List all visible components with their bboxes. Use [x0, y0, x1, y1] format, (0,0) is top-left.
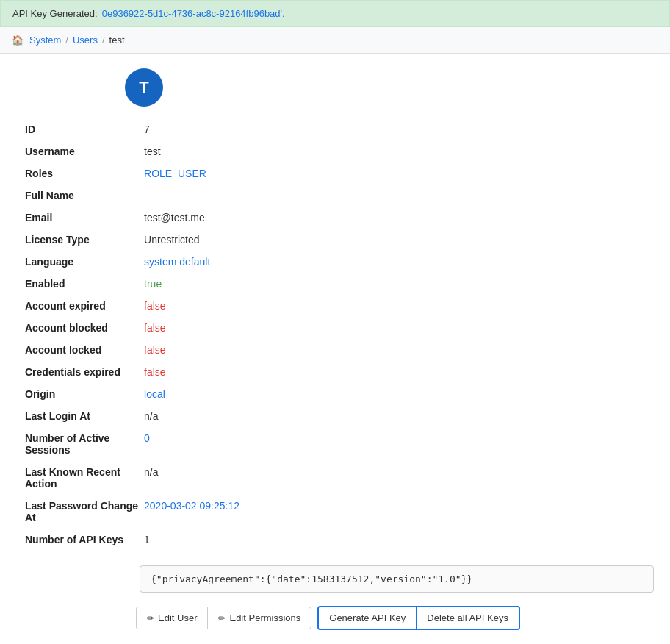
field-value: system default: [141, 251, 639, 273]
table-row: Originlocal: [22, 383, 639, 405]
generate-api-key-button[interactable]: Generate API Key: [319, 607, 417, 629]
field-value: 7: [141, 118, 639, 140]
table-row: Account blockedfalse: [22, 317, 639, 339]
breadcrumb-current: test: [109, 35, 125, 46]
field-value: ROLE_USER: [141, 162, 639, 185]
table-row: Enabledtrue: [22, 273, 639, 295]
field-label: Full Name: [22, 185, 141, 207]
field-label: Account blocked: [22, 317, 141, 339]
table-row: Last Login Atn/a: [22, 405, 639, 427]
edit-permissions-button[interactable]: Edit Permissions: [207, 607, 311, 629]
field-label: Last Known RecentAction: [22, 461, 141, 495]
field-label: Credentials expired: [22, 361, 141, 383]
field-value: false: [141, 361, 639, 383]
config-box: {"privacyAgreement":{"date":1583137512,"…: [140, 565, 654, 593]
edit-user-button[interactable]: Edit User: [136, 607, 207, 629]
field-value: test: [141, 140, 639, 162]
table-row: ID7: [22, 118, 639, 140]
api-key-banner: API Key Generated: '0e936922-5d1c-4736-a…: [0, 0, 670, 27]
field-label: Roles: [22, 162, 141, 185]
field-label: Username: [22, 140, 141, 162]
field-label: Last Login At: [22, 405, 141, 427]
table-row: Account expiredfalse: [22, 295, 639, 317]
breadcrumb-system[interactable]: System: [29, 35, 61, 46]
field-value: 1: [141, 529, 639, 551]
field-value: false: [141, 295, 639, 317]
home-icon: 🏠: [12, 35, 24, 46]
table-row: Number of API Keys1: [22, 529, 639, 551]
edit-user-label: Edit User: [158, 612, 197, 623]
generate-api-key-label: Generate API Key: [329, 612, 406, 623]
table-row: License TypeUnrestricted: [22, 229, 639, 251]
field-label: Last Password ChangeAt: [22, 495, 141, 529]
breadcrumb-users[interactable]: Users: [73, 35, 98, 46]
field-label: Number of ActiveSessions: [22, 427, 141, 461]
field-value: true: [141, 273, 639, 295]
api-key-link[interactable]: '0e936922-5d1c-4736-ac8c-92164fb96bad'.: [100, 8, 284, 19]
table-row: RolesROLE_USER: [22, 162, 639, 185]
pencil-icon-2: [218, 612, 226, 623]
config-value: {"privacyAgreement":{"date":1583137512,"…: [151, 573, 472, 584]
table-row: Usernametest: [22, 140, 639, 162]
field-label: ID: [22, 118, 141, 140]
field-value: local: [141, 383, 639, 405]
table-row: Number of ActiveSessions0: [22, 427, 639, 461]
avatar-letter: T: [139, 78, 148, 97]
banner-text: API Key Generated:: [12, 8, 100, 19]
field-value: false: [141, 317, 639, 339]
table-row: Last Password ChangeAt2020-03-02 09:25:1…: [22, 495, 639, 529]
table-row: Emailtest@test.me: [22, 207, 639, 229]
field-value: test@test.me: [141, 207, 639, 229]
table-row: Languagesystem default: [22, 251, 639, 273]
field-label: Account locked: [22, 339, 141, 361]
breadcrumb: 🏠 System / Users / test: [0, 27, 670, 54]
edit-permissions-label: Edit Permissions: [229, 612, 300, 623]
field-value: n/a: [141, 461, 639, 495]
field-value: 2020-03-02 09:25:12: [141, 495, 639, 529]
user-info-table: ID7UsernametestRolesROLE_USERFull NameEm…: [22, 118, 639, 551]
field-value: 0: [141, 427, 639, 461]
field-label: Number of API Keys: [22, 529, 141, 551]
field-value: Unrestricted: [141, 229, 639, 251]
delete-api-keys-label: Delete all API Keys: [427, 612, 508, 623]
breadcrumb-sep1: /: [65, 35, 68, 46]
delete-all-api-keys-button[interactable]: Delete all API Keys: [417, 607, 519, 629]
field-value: false: [141, 339, 639, 361]
table-row: Full Name: [22, 185, 639, 207]
avatar: T: [125, 68, 163, 107]
field-label: Language: [22, 251, 141, 273]
field-label: License Type: [22, 229, 141, 251]
field-value: n/a: [141, 405, 639, 427]
breadcrumb-sep2: /: [102, 35, 105, 46]
table-row: Last Known RecentActionn/a: [22, 461, 639, 495]
field-label: Enabled: [22, 273, 141, 295]
table-row: Credentials expiredfalse: [22, 361, 639, 383]
pencil-icon-1: [147, 612, 154, 623]
field-value: [141, 185, 639, 207]
field-label: Account expired: [22, 295, 141, 317]
table-row: Account lockedfalse: [22, 339, 639, 361]
field-label: Origin: [22, 383, 141, 405]
api-key-button-group: Generate API Key Delete all API Keys: [317, 606, 520, 630]
field-label: Email: [22, 207, 141, 229]
